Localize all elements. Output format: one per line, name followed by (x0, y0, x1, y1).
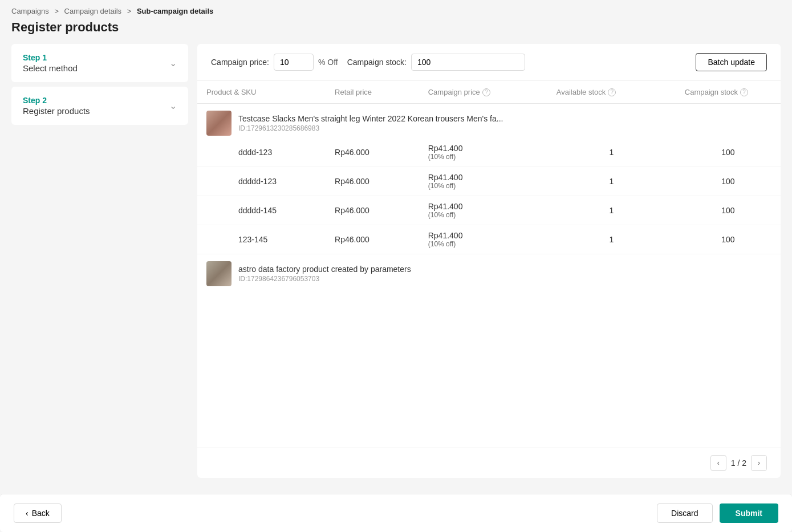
breadcrumb-sep1: > (54, 7, 59, 15)
product-thumbnail (206, 261, 231, 286)
available-stock-value: 1 (609, 148, 614, 157)
product-info: Testcase Slacks Men's straight leg Winte… (238, 114, 503, 132)
back-button[interactable]: ‹ Back (14, 503, 62, 523)
campaign-stock-value: 100 (721, 177, 734, 186)
page-prev-button[interactable]: ‹ (710, 455, 726, 471)
campaign-stock-value: 100 (721, 235, 734, 244)
breadcrumb-campaigns[interactable]: Campaigns (11, 7, 49, 15)
available-stock-value: 1 (609, 206, 614, 215)
th-campaign-price: Campaign price ? (419, 81, 547, 104)
th-product-sku: Product & SKU (197, 81, 326, 104)
submit-button[interactable]: Submit (720, 503, 778, 523)
campaign-stock-value: 100 (721, 148, 734, 157)
sku-name: ddddd-123 (238, 177, 277, 186)
retail-price: Rp46.000 (335, 206, 369, 215)
back-arrow-icon: ‹ (26, 509, 29, 518)
batch-controls: Campaign price: % Off Campaign stock: Ba… (197, 44, 781, 81)
percent-off-label: % Off (318, 58, 338, 67)
action-right: Discard Submit (657, 503, 778, 523)
breadcrumb-campaign-details[interactable]: Campaign details (64, 7, 121, 15)
th-retail-price: Retail price (326, 81, 419, 104)
sku-name: dddd-123 (238, 148, 272, 157)
campaign-stock-info-icon[interactable]: ? (740, 88, 748, 96)
campaign-stock-input[interactable] (411, 54, 525, 71)
product-table: Product & SKU Retail price Campaign pric… (197, 81, 781, 289)
discard-button[interactable]: Discard (657, 503, 712, 523)
th-retail-price-label: Retail price (335, 88, 372, 96)
step2-info: Step 2 Register products (23, 96, 90, 116)
action-bar: ‹ Back Discard Submit (0, 494, 792, 532)
campaign-stock-label: Campaign stock: (347, 58, 407, 67)
step2-label: Step 2 (23, 96, 90, 105)
table-row: dddd-123 Rp46.000 Rp41.400 (10% off) 1 1… (197, 138, 781, 167)
campaign-price-input[interactable] (274, 54, 314, 71)
sidebar: Step 1 Select method ⌄ Step 2 Register p… (11, 44, 188, 478)
campaign-stock-value: 100 (721, 206, 734, 215)
product-table-wrapper: Product & SKU Retail price Campaign pric… (197, 81, 781, 448)
product-id: ID:1729613230285686983 (238, 124, 503, 132)
product-thumbnail (206, 111, 231, 136)
back-label: Back (32, 509, 50, 518)
th-campaign-price-label: Campaign price ? (428, 88, 490, 96)
step1-card[interactable]: Step 1 Select method ⌄ (11, 44, 188, 82)
breadcrumb: Campaigns > Campaign details > Sub-campa… (0, 0, 792, 18)
step2-name: Register products (23, 106, 90, 116)
available-stock-info-icon[interactable]: ? (608, 88, 616, 96)
product-header-row: Testcase Slacks Men's straight leg Winte… (197, 104, 781, 139)
step1-label: Step 1 (23, 53, 78, 62)
th-available-stock-label: Available stock ? (557, 88, 616, 96)
retail-price: Rp46.000 (335, 148, 369, 157)
available-stock-value: 1 (609, 177, 614, 186)
batch-update-button[interactable]: Batch update (696, 53, 767, 71)
table-row: ddddd-123 Rp46.000 Rp41.400 (10% off) 1 … (197, 167, 781, 196)
campaign-stock-group: Campaign stock: (347, 54, 525, 71)
step1-chevron-icon: ⌄ (169, 58, 177, 68)
product-header: astro data factory product created by pa… (206, 261, 771, 286)
campaign-price-group: Campaign price: % Off (211, 54, 338, 71)
th-campaign-stock-label: Campaign stock ? (685, 88, 748, 96)
main-content: Step 1 Select method ⌄ Step 2 Register p… (0, 44, 792, 489)
page-current: 1 (731, 458, 736, 468)
page-next-button[interactable]: › (751, 455, 767, 471)
retail-price: Rp46.000 (335, 235, 369, 244)
th-campaign-stock: Campaign stock ? (676, 81, 781, 104)
th-available-stock: Available stock ? (547, 81, 676, 104)
step2-card[interactable]: Step 2 Register products ⌄ (11, 87, 188, 125)
campaign-price-value: Rp41.400 (10% off) (428, 144, 538, 161)
campaign-price-value: Rp41.400 (10% off) (428, 231, 538, 248)
page-info: 1 / 2 (731, 458, 746, 468)
step1-info: Step 1 Select method (23, 53, 78, 73)
product-id: ID:1729864236796053703 (238, 275, 411, 283)
breadcrumb-current: Sub-campaign details (137, 7, 213, 15)
table-header: Product & SKU Retail price Campaign pric… (197, 81, 781, 104)
pagination: ‹ 1 / 2 › (197, 448, 781, 478)
page-total: 2 (742, 458, 746, 468)
sku-name: ddddd-145 (238, 206, 277, 215)
sku-name: 123-145 (238, 235, 267, 244)
step1-name: Select method (23, 63, 78, 73)
right-panel: Campaign price: % Off Campaign stock: Ba… (197, 44, 781, 478)
th-product-sku-label: Product & SKU (206, 88, 256, 96)
product-header-row: astro data factory product created by pa… (197, 254, 781, 289)
available-stock-value: 1 (609, 235, 614, 244)
campaign-price-value: Rp41.400 (10% off) (428, 202, 538, 219)
product-header: Testcase Slacks Men's straight leg Winte… (206, 111, 771, 136)
step2-chevron-icon: ⌄ (169, 100, 177, 111)
breadcrumb-sep2: > (127, 7, 132, 15)
retail-price: Rp46.000 (335, 177, 369, 186)
table-body: Testcase Slacks Men's straight leg Winte… (197, 104, 781, 289)
product-name: Testcase Slacks Men's straight leg Winte… (238, 114, 503, 123)
product-name: astro data factory product created by pa… (238, 265, 411, 274)
page-title: Register products (0, 18, 792, 44)
campaign-price-value: Rp41.400 (10% off) (428, 173, 538, 190)
product-info: astro data factory product created by pa… (238, 265, 411, 283)
campaign-price-info-icon[interactable]: ? (482, 88, 490, 96)
page-wrapper: Campaigns > Campaign details > Sub-campa… (0, 0, 792, 532)
campaign-price-label: Campaign price: (211, 58, 269, 67)
table-row: 123-145 Rp46.000 Rp41.400 (10% off) 1 10… (197, 225, 781, 254)
table-row: ddddd-145 Rp46.000 Rp41.400 (10% off) 1 … (197, 196, 781, 225)
